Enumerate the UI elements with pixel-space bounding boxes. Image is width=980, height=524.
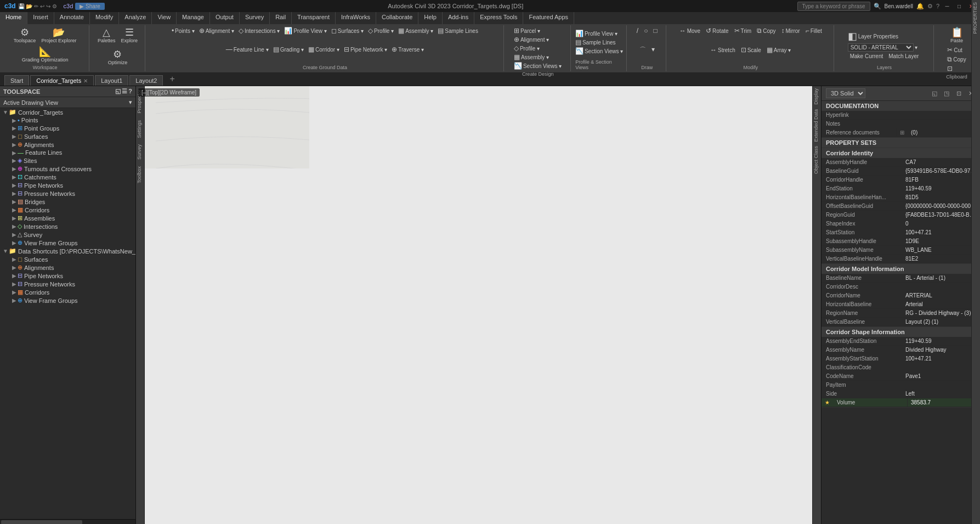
tree-ds-alignments[interactable]: ▶ ⊕ Alignments bbox=[0, 263, 135, 272]
tab-insert[interactable]: Insert bbox=[27, 12, 54, 24]
expand-corridors[interactable]: ▶ bbox=[11, 207, 18, 213]
rect-btn[interactable]: □ bbox=[651, 26, 659, 35]
tree-alignments[interactable]: ▶ ⊕ Alignments bbox=[0, 140, 135, 149]
copy-with-base-btn[interactable]: ⊡ bbox=[945, 64, 968, 73]
section-views-btn2[interactable]: 📉 Section Views ▾ bbox=[573, 47, 625, 55]
alignment-btn[interactable]: ⊕ Alignment ▾ bbox=[197, 26, 236, 35]
tree-feature-lines[interactable]: ▶ — Feature Lines bbox=[0, 149, 135, 156]
profile-btn[interactable]: ◇ Profile ▾ bbox=[366, 26, 396, 35]
panel-type-dropdown[interactable]: 3D Solid bbox=[826, 88, 865, 98]
expand-sites[interactable]: ▶ bbox=[11, 157, 18, 164]
corridor-model-header[interactable]: Corridor Model Information ▾ bbox=[822, 264, 980, 274]
expand-data-shortcuts[interactable]: ▼ bbox=[2, 248, 9, 254]
add-tab-btn[interactable]: + bbox=[164, 72, 180, 86]
tab-home[interactable]: Home bbox=[0, 12, 27, 24]
tree-ds-pipe-networks[interactable]: ▶ ⊟ Pipe Networks bbox=[0, 272, 135, 280]
copy-ribbon-btn[interactable]: ⧉ Copy bbox=[755, 26, 778, 35]
tab-help[interactable]: Help bbox=[418, 12, 443, 24]
tab-modify[interactable]: Modify bbox=[90, 12, 119, 24]
tree-assemblies[interactable]: ▶ ⊞ Assemblies bbox=[0, 214, 135, 222]
share-btn[interactable]: ▶ Share bbox=[75, 3, 104, 10]
match-layer-btn[interactable]: Match Layer bbox=[886, 53, 921, 60]
expand-surfaces[interactable]: ▶ bbox=[11, 133, 18, 139]
documentation-header[interactable]: DOCUMENTATION ▾ bbox=[822, 101, 980, 111]
tab-corridor-close[interactable]: ✕ bbox=[83, 78, 88, 84]
expand-bridges[interactable]: ▶ bbox=[11, 199, 18, 205]
explore-btn[interactable]: ☰ Explore bbox=[118, 26, 140, 44]
panel-btn-3[interactable]: ⊡ bbox=[954, 88, 964, 98]
stretch-btn[interactable]: ↔ Stretch bbox=[708, 46, 738, 54]
notifications-icon[interactable]: 🔔 bbox=[916, 3, 924, 10]
optimize-btn[interactable]: ⚙ Optimize bbox=[106, 48, 130, 66]
tree-corridors[interactable]: ▶ ▦ Corridors bbox=[0, 206, 135, 214]
active-view-dropdown[interactable]: Active Drawing View ▾ bbox=[0, 97, 135, 108]
points-btn[interactable]: • Points ▾ bbox=[169, 26, 197, 35]
tab-featuredapps[interactable]: Featured Apps bbox=[523, 12, 574, 24]
display-tab[interactable]: Display bbox=[813, 86, 821, 107]
intersections-btn[interactable]: ◇ Intersections ▾ bbox=[236, 26, 282, 35]
ref-docs-icon[interactable]: ⊞ bbox=[897, 129, 908, 136]
profile-view-btn[interactable]: 📊 Profile View ▾ bbox=[282, 26, 328, 35]
tree-data-shortcuts[interactable]: ▼ 📁 Data Shortcuts [D:\PROJECTS\WhatsNew… bbox=[0, 247, 135, 255]
corridor-identity-header[interactable]: Corridor Identity ▾ bbox=[822, 148, 980, 158]
surfaces-btn2[interactable]: ◻ Surfaces ▾ bbox=[329, 26, 366, 35]
tab-survey[interactable]: Survey bbox=[240, 12, 270, 24]
expand-survey[interactable]: ▶ bbox=[11, 232, 18, 238]
viewport[interactable]: Prospector Settings Survey Toolbox [–][T… bbox=[136, 86, 821, 524]
tree-pressure-networks[interactable]: ▶ ⊟ Pressure Networks bbox=[0, 189, 135, 198]
rotate-btn[interactable]: ↺ Rotate bbox=[704, 26, 730, 35]
tab-output[interactable]: Output bbox=[210, 12, 240, 24]
expand-pressure-networks[interactable]: ▶ bbox=[11, 190, 18, 196]
section-views-btn[interactable]: 📉 Section Views ▾ bbox=[512, 61, 564, 70]
toolbox-btn-2[interactable]: ☰ bbox=[122, 88, 127, 95]
arc-btn[interactable]: ⌒ bbox=[637, 45, 648, 55]
mirror-btn[interactable]: ↕ Mirror bbox=[779, 26, 802, 35]
tab-rail[interactable]: Rail bbox=[270, 12, 292, 24]
cut-btn[interactable]: ✂ Cut bbox=[945, 46, 968, 54]
minimize-btn[interactable]: ─ bbox=[943, 2, 951, 10]
tab-annotate[interactable]: Annotate bbox=[54, 12, 90, 24]
tab-collaborate[interactable]: Collaborate bbox=[376, 12, 418, 24]
parcel-btn[interactable]: ⊞ Parcel ▾ bbox=[512, 26, 542, 35]
tab-view[interactable]: View bbox=[152, 12, 177, 24]
expand-view-frame-groups[interactable]: ▶ bbox=[11, 240, 18, 246]
toolbox-btn-3[interactable]: ? bbox=[128, 88, 132, 95]
expand-ds-surfaces[interactable]: ▶ bbox=[11, 256, 18, 262]
grading-btn[interactable]: ▤ Grading ▾ bbox=[271, 45, 306, 54]
tree-pipe-networks[interactable]: ▶ ⊟ Pipe Networks bbox=[0, 181, 135, 189]
layer-dropdown[interactable]: SOLID - ARTERIAL bbox=[848, 43, 914, 52]
maximize-btn[interactable]: □ bbox=[955, 2, 964, 10]
search-box[interactable]: Type a keyword or phrase bbox=[797, 2, 870, 11]
tree-bridges[interactable]: ▶ ▤ Bridges bbox=[0, 198, 135, 206]
tab-analyze[interactable]: Analyze bbox=[119, 12, 152, 24]
tab-layout1[interactable]: Layout1 bbox=[95, 75, 128, 86]
left-panel-scrollbar[interactable] bbox=[0, 519, 135, 524]
grading-opt-btn[interactable]: 📐 Grading Optimization bbox=[20, 46, 71, 64]
expand-ds-pressure-networks[interactable]: ▶ bbox=[11, 281, 18, 287]
profile-view-btn2[interactable]: 📊 Profile View ▾ bbox=[573, 29, 620, 38]
project-explorer-btn[interactable]: 📂 Project Explorer bbox=[39, 26, 78, 44]
make-current-btn[interactable]: Make Current bbox=[848, 53, 886, 60]
settings-icon[interactable]: ⚙ bbox=[927, 3, 933, 10]
expand-turnouts[interactable]: ▶ bbox=[11, 166, 18, 172]
tree-ds-view-frame-groups[interactable]: ▶ ⊕ View Frame Groups bbox=[0, 296, 135, 305]
expand-corridor[interactable]: ▼ bbox=[2, 109, 9, 115]
move-btn[interactable]: ↔ Move bbox=[677, 26, 703, 35]
extended-data-tab[interactable]: Extended Data bbox=[813, 107, 821, 144]
feature-line-btn[interactable]: — Feature Line ▾ bbox=[224, 45, 271, 54]
tree-sites[interactable]: ▶ ◈ Sites bbox=[0, 156, 135, 165]
array-btn[interactable]: ▦ Array ▾ bbox=[764, 46, 794, 54]
panel-btn-2[interactable]: ◳ bbox=[942, 88, 951, 98]
assembly-btn[interactable]: ▦ Assembly ▾ bbox=[396, 26, 435, 35]
tab-infraworks[interactable]: InfraWorks bbox=[336, 12, 376, 24]
tree-intersections[interactable]: ▶ ◇ Intersections bbox=[0, 222, 135, 230]
expand-catchments[interactable]: ▶ bbox=[11, 174, 18, 180]
expand-assemblies[interactable]: ▶ bbox=[11, 215, 18, 221]
expand-ds-view-frame-groups[interactable]: ▶ bbox=[11, 297, 18, 303]
tree-survey[interactable]: ▶ △ Survey bbox=[0, 230, 135, 239]
search-icon[interactable]: 🔍 bbox=[874, 3, 881, 10]
assembly-btn2[interactable]: ▦ Assembly ▾ bbox=[512, 53, 551, 61]
tree-point-groups[interactable]: ▶ ⊞ Point Groups bbox=[0, 124, 135, 132]
tab-start[interactable]: Start bbox=[4, 75, 29, 86]
expand-points[interactable]: ▶ bbox=[11, 117, 18, 123]
